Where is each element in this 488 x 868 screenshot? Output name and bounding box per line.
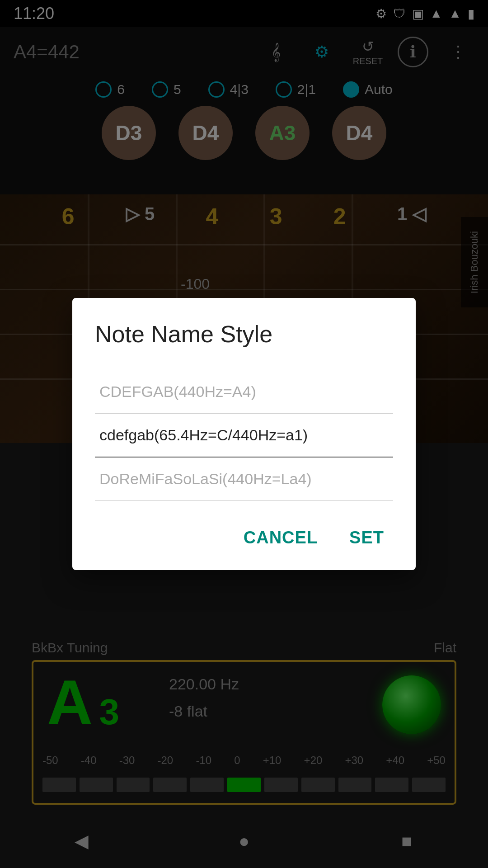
dialog-option-1[interactable]: CDEFGAB(440Hz=A4) <box>95 370 393 414</box>
dialog-option-3[interactable]: DoReMiFaSoLaSi(440Hz=La4) <box>95 458 393 501</box>
dialog-actions: CANCEL SET <box>95 524 393 552</box>
dialog-overlay: Note Name Style CDEFGAB(440Hz=A4) cdefga… <box>0 0 488 868</box>
cancel-button[interactable]: CANCEL <box>235 524 327 552</box>
dialog-title: Note Name Style <box>95 321 393 348</box>
note-name-style-dialog: Note Name Style CDEFGAB(440Hz=A4) cdefga… <box>72 298 416 570</box>
dialog-option-2[interactable]: cdefgab(65.4Hz=C/440Hz=a1) <box>95 414 393 458</box>
set-button[interactable]: SET <box>340 524 393 552</box>
